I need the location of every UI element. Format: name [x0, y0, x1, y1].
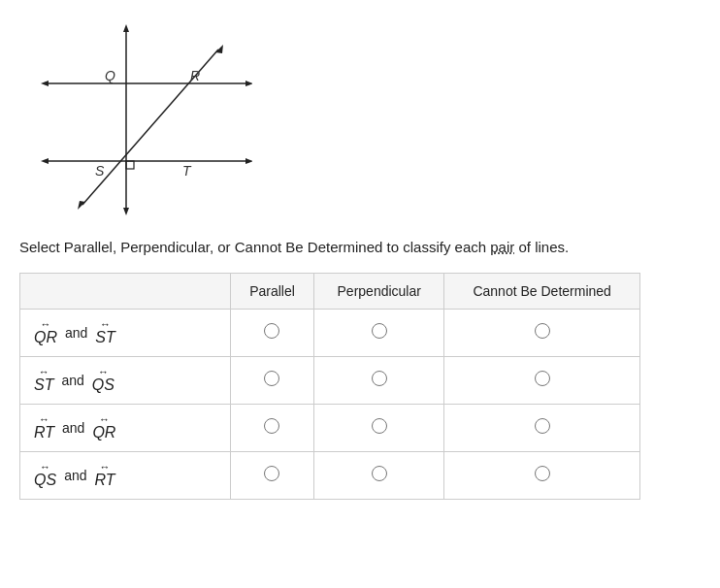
- svg-marker-10: [41, 81, 49, 86]
- radio-ST-QS-cannot[interactable]: [535, 371, 550, 386]
- svg-text:Q: Q: [105, 68, 115, 83]
- line-symbol-1: ↔ QR: [34, 319, 57, 346]
- col-header-cannot: Cannot Be Determined: [444, 273, 640, 309]
- row-label-RT-QR: ↔ RT and ↔ QR: [20, 404, 231, 451]
- col-header-lines: [20, 273, 231, 309]
- cell-ST-QS-perpendicular[interactable]: [314, 356, 444, 404]
- table-row: ↔ QS and ↔ RT: [20, 451, 640, 499]
- cell-RT-QR-perpendicular[interactable]: [314, 404, 444, 451]
- col-header-parallel: Parallel: [230, 273, 313, 309]
- cell-QR-ST-perpendicular[interactable]: [314, 309, 444, 356]
- cell-QS-RT-parallel[interactable]: [230, 451, 313, 499]
- cell-QS-RT-cannot[interactable]: [444, 451, 640, 499]
- line-symbol-1: ↔ RT: [34, 414, 54, 441]
- line-symbol-2: ↔ ST: [95, 319, 115, 346]
- svg-marker-4: [123, 24, 129, 32]
- svg-rect-16: [126, 161, 134, 169]
- geometry-diagram: Q R S T: [19, 16, 252, 219]
- svg-text:R: R: [190, 68, 200, 83]
- line-symbol-2: ↔ RT: [94, 462, 115, 489]
- line-symbol-1: ↔ QS: [34, 462, 56, 489]
- svg-marker-11: [245, 81, 252, 86]
- svg-text:S: S: [95, 163, 105, 179]
- classification-table: Parallel Perpendicular Cannot Be Determi…: [19, 273, 640, 500]
- svg-marker-7: [78, 201, 85, 210]
- radio-RT-QR-cannot[interactable]: [535, 418, 550, 434]
- table-row: ↔ RT and ↔ QR: [20, 404, 640, 451]
- svg-marker-1: [41, 158, 49, 164]
- cell-ST-QS-cannot[interactable]: [444, 356, 640, 404]
- cell-ST-QS-parallel[interactable]: [230, 356, 313, 404]
- svg-text:T: T: [182, 163, 192, 179]
- radio-QS-RT-parallel[interactable]: [264, 466, 279, 481]
- row-label-ST-QS: ↔ ST and ↔ QS: [20, 356, 231, 404]
- cell-QR-ST-cannot[interactable]: [444, 309, 640, 356]
- radio-QR-ST-cannot[interactable]: [535, 323, 550, 339]
- radio-QS-RT-perpendicular[interactable]: [372, 466, 387, 481]
- cell-RT-QR-cannot[interactable]: [444, 404, 640, 451]
- radio-QR-ST-perpendicular[interactable]: [372, 323, 387, 339]
- instruction-text: Select Parallel, Perpendicular, or Canno…: [19, 237, 701, 259]
- svg-marker-8: [215, 45, 223, 53]
- cell-QR-ST-parallel[interactable]: [230, 309, 313, 356]
- radio-RT-QR-perpendicular[interactable]: [372, 418, 387, 434]
- svg-marker-5: [123, 208, 129, 215]
- radio-QS-RT-cannot[interactable]: [535, 466, 550, 481]
- svg-marker-2: [245, 158, 252, 164]
- line-symbol-2: ↔ QS: [92, 367, 115, 394]
- cell-RT-QR-parallel[interactable]: [230, 404, 313, 451]
- col-header-perpendicular: Perpendicular: [314, 273, 444, 309]
- row-label-QR-ST: ↔ QR and ↔ ST: [20, 309, 231, 356]
- radio-ST-QS-perpendicular[interactable]: [372, 371, 387, 386]
- row-label-QS-RT: ↔ QS and ↔ RT: [20, 451, 231, 499]
- line-symbol-1: ↔ ST: [34, 367, 53, 394]
- table-row: ↔ ST and ↔ QS: [20, 356, 640, 404]
- line-symbol-2: ↔ QR: [92, 414, 115, 441]
- cell-QS-RT-perpendicular[interactable]: [314, 451, 444, 499]
- table-row: ↔ QR and ↔ ST: [20, 309, 640, 356]
- radio-QR-ST-parallel[interactable]: [264, 323, 279, 339]
- radio-ST-QS-parallel[interactable]: [264, 371, 279, 386]
- radio-RT-QR-parallel[interactable]: [264, 418, 279, 434]
